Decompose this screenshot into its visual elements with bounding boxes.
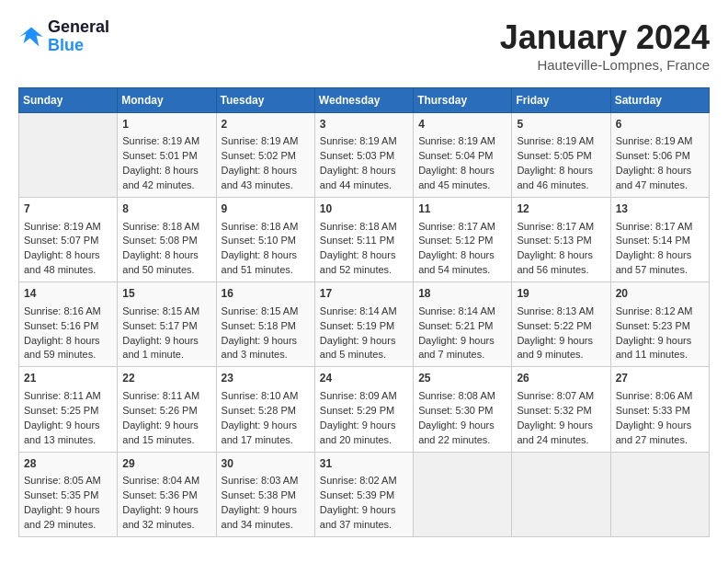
day-info: and 34 minutes.: [222, 518, 310, 533]
calendar-cell: 29Sunrise: 8:04 AMSunset: 5:36 PMDayligh…: [118, 452, 216, 536]
day-number: 7: [24, 201, 112, 217]
day-info: Daylight: 8 hours: [517, 164, 605, 178]
calendar-cell: 14Sunrise: 8:16 AMSunset: 5:16 PMDayligh…: [19, 282, 118, 367]
day-info: Daylight: 8 hours: [418, 164, 506, 178]
day-info: Daylight: 9 hours: [320, 419, 408, 433]
col-header-sunday: Sunday: [19, 88, 118, 113]
location: Hauteville-Lompnes, France: [500, 57, 710, 73]
day-info: Daylight: 8 hours: [616, 164, 704, 178]
day-number: 14: [24, 286, 112, 302]
calendar-cell: 4Sunrise: 8:19 AMSunset: 5:04 PMDaylight…: [414, 113, 512, 198]
day-info: Sunset: 5:07 PM: [24, 234, 112, 248]
day-info: Sunrise: 8:19 AM: [24, 220, 112, 235]
day-info: and 29 minutes.: [24, 518, 112, 533]
day-info: and 22 minutes.: [418, 433, 506, 448]
logo: General Blue: [18, 18, 109, 55]
calendar-week-row: 1Sunrise: 8:19 AMSunset: 5:01 PMDaylight…: [19, 113, 710, 198]
day-info: Sunset: 5:14 PM: [616, 234, 704, 248]
day-info: and 43 minutes.: [222, 178, 310, 193]
calendar-cell: 2Sunrise: 8:19 AMSunset: 5:02 PMDaylight…: [216, 113, 314, 198]
day-number: 30: [222, 456, 310, 472]
calendar-cell: 27Sunrise: 8:06 AMSunset: 5:33 PMDayligh…: [610, 367, 709, 452]
day-info: and 47 minutes.: [616, 178, 704, 193]
calendar-cell: 10Sunrise: 8:18 AMSunset: 5:11 PMDayligh…: [314, 198, 413, 282]
day-number: 20: [616, 286, 704, 302]
page-header: General Blue January 2024 Hauteville-Lom…: [18, 18, 710, 73]
col-header-saturday: Saturday: [610, 88, 709, 113]
day-info: Sunset: 5:23 PM: [616, 319, 704, 334]
day-info: Sunset: 5:04 PM: [418, 149, 506, 164]
logo-icon: [18, 24, 44, 50]
day-info: and 57 minutes.: [616, 263, 704, 278]
day-info: Daylight: 8 hours: [24, 334, 112, 349]
day-info: and 37 minutes.: [320, 518, 408, 533]
calendar-cell: 1Sunrise: 8:19 AMSunset: 5:01 PMDaylight…: [118, 113, 216, 198]
col-header-thursday: Thursday: [414, 88, 512, 113]
day-info: Sunset: 5:21 PM: [418, 319, 506, 334]
calendar-cell: [414, 452, 512, 536]
day-number: 19: [517, 286, 605, 302]
calendar-table: SundayMondayTuesdayWednesdayThursdayFrid…: [18, 87, 710, 537]
day-info: Sunrise: 8:15 AM: [222, 304, 310, 319]
day-number: 8: [122, 201, 210, 217]
logo-text: General Blue: [48, 18, 109, 55]
day-info: and 51 minutes.: [222, 263, 310, 278]
day-info: Daylight: 8 hours: [418, 248, 506, 263]
day-info: Sunset: 5:12 PM: [418, 234, 506, 248]
col-header-wednesday: Wednesday: [314, 88, 413, 113]
day-info: Sunset: 5:35 PM: [24, 488, 112, 503]
day-number: 16: [222, 286, 310, 302]
day-info: Sunrise: 8:14 AM: [418, 304, 506, 319]
day-info: and 3 minutes.: [222, 348, 310, 362]
calendar-cell: 21Sunrise: 8:11 AMSunset: 5:25 PMDayligh…: [19, 367, 118, 452]
day-info: Sunset: 5:33 PM: [616, 404, 704, 419]
calendar-cell: 26Sunrise: 8:07 AMSunset: 5:32 PMDayligh…: [512, 367, 610, 452]
day-info: Daylight: 9 hours: [222, 419, 310, 433]
day-info: Sunset: 5:25 PM: [24, 404, 112, 419]
calendar-cell: 17Sunrise: 8:14 AMSunset: 5:19 PMDayligh…: [314, 282, 413, 367]
day-info: Sunset: 5:26 PM: [122, 404, 210, 419]
day-info: Sunrise: 8:19 AM: [222, 134, 310, 149]
day-number: 4: [418, 117, 506, 132]
calendar-cell: 5Sunrise: 8:19 AMSunset: 5:05 PMDaylight…: [512, 113, 610, 198]
day-info: Sunset: 5:01 PM: [122, 149, 210, 164]
day-number: 29: [122, 456, 210, 472]
day-info: Sunrise: 8:17 AM: [418, 220, 506, 235]
day-info: Daylight: 9 hours: [418, 334, 506, 349]
day-info: Daylight: 9 hours: [517, 419, 605, 433]
day-number: 1: [122, 117, 210, 132]
col-header-friday: Friday: [512, 88, 610, 113]
day-info: Sunset: 5:08 PM: [122, 234, 210, 248]
calendar-cell: 31Sunrise: 8:02 AMSunset: 5:39 PMDayligh…: [314, 452, 413, 536]
day-number: 11: [418, 201, 506, 217]
day-info: Sunset: 5:36 PM: [122, 488, 210, 503]
day-number: 27: [616, 371, 704, 386]
day-number: 24: [320, 371, 408, 386]
day-info: Daylight: 9 hours: [616, 419, 704, 433]
day-number: 21: [24, 371, 112, 386]
day-info: and 50 minutes.: [122, 263, 210, 278]
day-info: Sunset: 5:06 PM: [616, 149, 704, 164]
day-info: Sunset: 5:18 PM: [222, 319, 310, 334]
day-info: Sunrise: 8:18 AM: [320, 220, 408, 235]
day-number: 6: [616, 117, 704, 132]
day-number: 5: [517, 117, 605, 132]
day-info: Sunrise: 8:09 AM: [320, 389, 408, 404]
day-info: Daylight: 8 hours: [122, 248, 210, 263]
day-info: Sunset: 5:05 PM: [517, 149, 605, 164]
calendar-cell: [512, 452, 610, 536]
day-info: Sunrise: 8:15 AM: [122, 304, 210, 319]
day-info: Daylight: 9 hours: [122, 334, 210, 349]
day-number: 25: [418, 371, 506, 386]
calendar-cell: 18Sunrise: 8:14 AMSunset: 5:21 PMDayligh…: [414, 282, 512, 367]
calendar-cell: 24Sunrise: 8:09 AMSunset: 5:29 PMDayligh…: [314, 367, 413, 452]
calendar-cell: 28Sunrise: 8:05 AMSunset: 5:35 PMDayligh…: [19, 452, 118, 536]
day-info: Daylight: 9 hours: [122, 419, 210, 433]
day-number: 13: [616, 201, 704, 217]
day-number: 28: [24, 456, 112, 472]
day-info: Daylight: 8 hours: [616, 248, 704, 263]
calendar-header-row: SundayMondayTuesdayWednesdayThursdayFrid…: [19, 88, 710, 113]
day-info: Sunset: 5:11 PM: [320, 234, 408, 248]
calendar-cell: 15Sunrise: 8:15 AMSunset: 5:17 PMDayligh…: [118, 282, 216, 367]
day-info: Daylight: 8 hours: [24, 248, 112, 263]
